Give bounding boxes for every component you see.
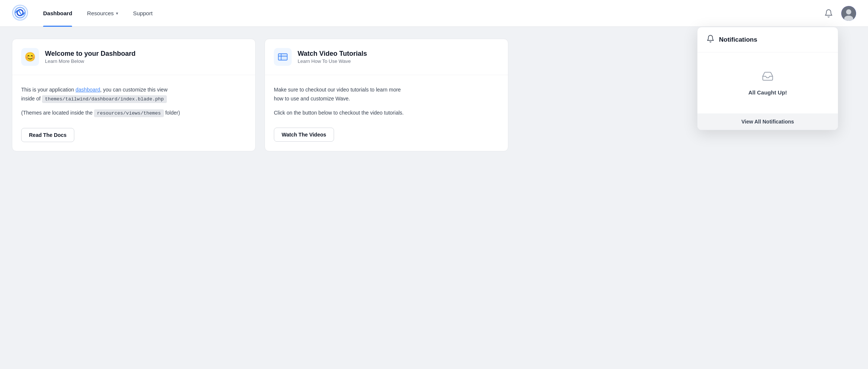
notif-title: Notifications (719, 36, 757, 44)
avatar[interactable] (841, 6, 856, 21)
videos-card-subtitle: Learn How To Use Wave (298, 58, 367, 64)
main-content: 😊 Welcome to your Dashboard Learn More B… (0, 27, 520, 163)
videos-icon (274, 48, 292, 66)
videos-card-title-group: Watch Video Tutorials Learn How To Use W… (298, 50, 367, 64)
navbar: Dashboard Resources ▾ Support (0, 0, 868, 27)
logo[interactable] (12, 4, 36, 22)
inbox-icon (706, 70, 829, 85)
notifications-dropdown: Notifications All Caught Up! View All No… (697, 27, 838, 130)
nav-support[interactable]: Support (126, 0, 160, 27)
welcome-icon: 😊 (21, 48, 39, 66)
nav-right (822, 6, 856, 21)
svg-rect-6 (278, 54, 287, 60)
dashboard-link[interactable]: dashboard (75, 87, 100, 93)
bell-icon (824, 9, 833, 18)
nav-items: Dashboard Resources ▾ Support (36, 0, 822, 27)
videos-card-body: Make sure to checkout our video tutorial… (265, 75, 508, 151)
code-themes: resources/views/themes (94, 109, 164, 117)
nav-resources[interactable]: Resources ▾ (80, 0, 126, 27)
read-docs-button[interactable]: Read The Docs (21, 128, 74, 142)
bell-button[interactable] (822, 7, 835, 20)
avatar-image (841, 6, 856, 21)
view-all-notifications-button[interactable]: View All Notifications (697, 113, 838, 130)
code-path: themes/tailwind/dashboard/index.blade.ph… (42, 95, 167, 103)
welcome-body-p1: This is your application dashboard, you … (21, 86, 246, 103)
svg-point-4 (846, 9, 851, 15)
welcome-card: 😊 Welcome to your Dashboard Learn More B… (12, 39, 256, 151)
chevron-down-icon: ▾ (116, 11, 118, 16)
notif-empty-message: All Caught Up! (706, 89, 829, 96)
welcome-body-p2: (Themes are located inside the resources… (21, 109, 246, 118)
videos-card-title: Watch Video Tutorials (298, 50, 367, 58)
welcome-card-title-group: Welcome to your Dashboard Learn More Bel… (45, 50, 136, 64)
videos-body-p2: Click on the button below to checkout th… (274, 109, 499, 118)
welcome-card-header: 😊 Welcome to your Dashboard Learn More B… (12, 39, 255, 75)
welcome-card-body: This is your application dashboard, you … (12, 75, 255, 151)
videos-card-header: Watch Video Tutorials Learn How To Use W… (265, 39, 508, 75)
nav-dashboard[interactable]: Dashboard (36, 0, 80, 27)
notif-bell-icon (706, 35, 715, 45)
videos-card: Watch Video Tutorials Learn How To Use W… (265, 39, 508, 151)
notif-header: Notifications (697, 27, 838, 52)
watch-videos-button[interactable]: Watch The Videos (274, 128, 334, 142)
welcome-card-title: Welcome to your Dashboard (45, 50, 136, 58)
videos-body-p1: Make sure to checkout our video tutorial… (274, 86, 499, 103)
notif-empty-state: All Caught Up! (697, 52, 838, 113)
welcome-card-subtitle: Learn More Below (45, 58, 136, 64)
